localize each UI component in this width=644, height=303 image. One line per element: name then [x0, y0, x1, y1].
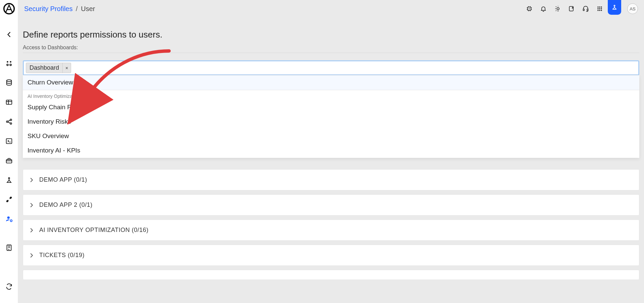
breadcrumb: Security Profiles / User	[24, 5, 95, 13]
avatar-initials: AS	[630, 6, 635, 11]
headset-icon[interactable]	[580, 3, 592, 15]
terminal-icon[interactable]	[0, 131, 18, 151]
accordion-row-partial[interactable]	[23, 270, 639, 280]
topbar-tools: AI AS	[523, 3, 638, 15]
database-icon[interactable]	[0, 73, 18, 93]
page-title: Define reports permissions to users.	[23, 29, 639, 40]
accordion-label: DEMO APP 2 (0/1)	[39, 201, 93, 208]
svg-point-20	[557, 8, 559, 10]
refresh-icon[interactable]	[0, 277, 18, 296]
svg-text:AI: AI	[529, 8, 530, 10]
svg-point-32	[601, 10, 602, 11]
accordion-label: AI INVENTORY OPTIMIZATION (0/16)	[39, 227, 149, 234]
svg-rect-11	[6, 160, 12, 163]
accordion-row[interactable]: AI INVENTORY OPTIMIZATION (0/16)	[23, 220, 639, 241]
dropdown-item[interactable]: Inventory Risks	[23, 115, 639, 129]
chevron-right-icon	[29, 227, 35, 233]
selected-chip: Dashboard ×	[26, 63, 71, 73]
svg-point-3	[7, 64, 8, 66]
svg-point-30	[597, 10, 598, 11]
grid-icon[interactable]	[594, 3, 606, 15]
breadcrumb-link[interactable]: Security Profiles	[24, 5, 73, 12]
compass-icon[interactable]	[0, 170, 18, 190]
accordion-label: TICKETS (0/19)	[39, 252, 85, 259]
svg-point-29	[601, 8, 602, 9]
user-settings-icon[interactable]	[0, 209, 18, 229]
accordion-row[interactable]: DEMO APP (0/1)	[23, 169, 639, 190]
svg-point-12	[8, 178, 10, 179]
apps-accordion-list: DEMO APP (0/1) DEMO APP 2 (0/1) AI INVEN…	[23, 169, 639, 280]
app-logo[interactable]	[3, 3, 15, 15]
book-icon[interactable]	[0, 238, 18, 257]
chip-remove-button[interactable]: ×	[63, 63, 71, 73]
left-rail	[0, 0, 18, 303]
share-icon[interactable]	[0, 112, 18, 131]
chip-label: Dashboard	[26, 63, 63, 73]
main-content: Define reports permissions to users. Acc…	[18, 17, 644, 303]
draft-compass-icon[interactable]	[608, 0, 621, 15]
dashboards-dropdown: Churn Overview AI Inventory Optimization…	[23, 75, 639, 158]
svg-point-5	[6, 80, 11, 82]
dropdown-item[interactable]: Supply Chain Risks	[23, 100, 639, 115]
chevron-right-icon	[29, 252, 35, 258]
svg-point-1	[7, 61, 8, 63]
dropdown-item[interactable]: Churn Overview	[23, 75, 639, 90]
chevron-right-icon	[29, 202, 35, 208]
chevron-right-icon	[29, 177, 35, 183]
export-icon[interactable]	[566, 3, 578, 15]
svg-point-2	[10, 61, 11, 63]
svg-point-27	[597, 8, 598, 9]
svg-point-31	[599, 10, 600, 11]
tools-icon[interactable]	[0, 190, 18, 209]
dropdown-item[interactable]: SKU Overview	[23, 129, 639, 143]
bell-icon[interactable]	[537, 3, 549, 15]
svg-rect-23	[587, 9, 588, 11]
svg-point-4	[10, 64, 11, 66]
accordion-row[interactable]: DEMO APP 2 (0/1)	[23, 194, 639, 216]
divider	[23, 53, 639, 53]
chip-icon[interactable]: AI	[523, 3, 535, 15]
svg-point-26	[601, 6, 602, 7]
accordion-row[interactable]: TICKETS (0/19)	[23, 245, 639, 266]
table-icon[interactable]	[0, 93, 18, 112]
dropdown-group-header: AI Inventory Optimization	[23, 90, 639, 100]
svg-point-24	[597, 6, 598, 7]
avatar[interactable]: AS	[627, 3, 638, 14]
svg-point-33	[614, 5, 615, 6]
dropdown-item[interactable]: Inventory AI - KPIs	[23, 143, 639, 158]
dashboards-multiselect[interactable]: Dashboard × Churn Overview AI Inventory …	[23, 60, 639, 75]
apps-icon[interactable]	[0, 54, 18, 73]
lightbulb-icon[interactable]	[551, 3, 564, 15]
breadcrumb-separator: /	[76, 5, 78, 12]
field-label: Access to Dashboards:	[23, 45, 639, 51]
accordion-label: DEMO APP (0/1)	[39, 176, 87, 183]
breadcrumb-current: User	[81, 5, 95, 12]
svg-rect-22	[583, 9, 584, 11]
topbar: Security Profiles / User AI AS	[18, 0, 644, 17]
toolbox-icon[interactable]	[0, 151, 18, 170]
svg-point-28	[599, 8, 600, 9]
collapse-icon[interactable]	[0, 25, 18, 44]
svg-rect-6	[6, 100, 12, 105]
svg-point-15	[7, 217, 9, 219]
svg-point-25	[599, 6, 600, 7]
